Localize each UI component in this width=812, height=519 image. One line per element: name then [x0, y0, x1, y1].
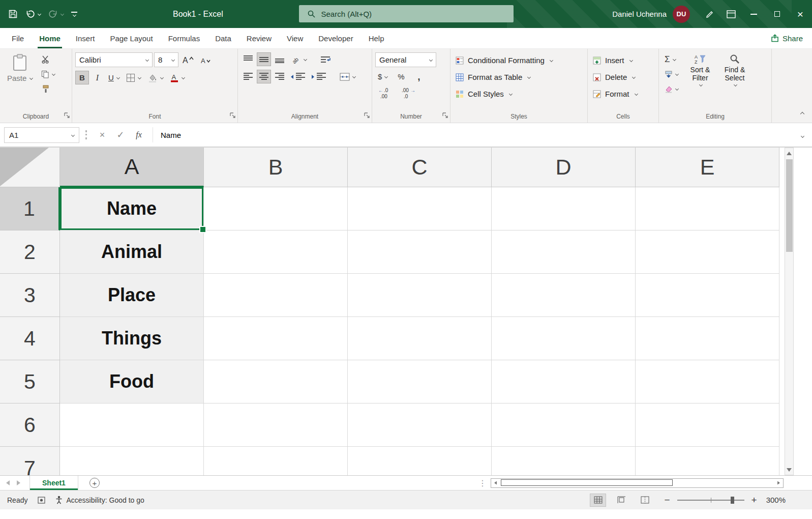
- accessibility-checker-button[interactable]: Accessibility: Good to go: [55, 496, 144, 504]
- scroll-right-button[interactable]: [774, 479, 783, 487]
- conditional-formatting-button[interactable]: Conditional Formatting: [454, 52, 555, 68]
- zoom-level[interactable]: 300%: [766, 496, 786, 504]
- sort-filter-button[interactable]: AZ Sort & Filter: [685, 52, 715, 96]
- align-center-button[interactable]: [257, 70, 271, 83]
- cell-D3[interactable]: [492, 274, 636, 317]
- cell-E3[interactable]: [636, 274, 779, 317]
- merge-center-button[interactable]: [337, 70, 358, 83]
- user-name[interactable]: Daniel Uchenna: [612, 10, 667, 18]
- middle-align-button[interactable]: [257, 52, 271, 66]
- name-box[interactable]: A1: [4, 127, 79, 143]
- row-header-5[interactable]: 5: [0, 360, 60, 403]
- cell-A3[interactable]: Place: [60, 274, 204, 317]
- accounting-format-button[interactable]: $: [375, 70, 390, 83]
- bold-button[interactable]: B: [75, 71, 89, 84]
- cell-E6[interactable]: [636, 403, 779, 447]
- orientation-button[interactable]: ab: [288, 52, 309, 66]
- decrease-indent-button[interactable]: [288, 70, 308, 83]
- row-header-3[interactable]: 3: [0, 274, 60, 317]
- wrap-text-button[interactable]: [318, 52, 333, 66]
- fill-button[interactable]: [662, 67, 681, 81]
- font-name-select[interactable]: Calibri: [75, 52, 153, 67]
- cell-A7[interactable]: [60, 447, 204, 475]
- cell-B7[interactable]: [204, 447, 348, 475]
- cell-D4[interactable]: [492, 317, 636, 360]
- cell-B4[interactable]: [204, 317, 348, 360]
- cell-D7[interactable]: [492, 447, 636, 475]
- delete-cells-button[interactable]: Delete: [591, 69, 637, 85]
- underline-button[interactable]: U: [106, 71, 122, 84]
- expand-formula-bar-button[interactable]: [800, 130, 804, 139]
- increase-indent-button[interactable]: [309, 70, 328, 83]
- minimize-button[interactable]: [742, 0, 765, 28]
- row-header-2[interactable]: 2: [0, 230, 60, 274]
- search-box[interactable]: Search (Alt+Q): [299, 5, 514, 22]
- formula-input[interactable]: Name: [158, 131, 812, 139]
- vertical-scroll-thumb[interactable]: [786, 159, 793, 252]
- pen-button[interactable]: [699, 0, 720, 28]
- zoom-out-button[interactable]: −: [664, 495, 670, 506]
- cell-E2[interactable]: [636, 230, 779, 274]
- font-size-select[interactable]: 8: [154, 52, 178, 67]
- cancel-button[interactable]: ×: [93, 127, 111, 143]
- collapse-ribbon-button[interactable]: [799, 108, 804, 118]
- autosum-button[interactable]: Σ: [662, 52, 678, 66]
- share-button[interactable]: Share: [771, 28, 803, 48]
- increase-font-size-button[interactable]: A: [180, 53, 197, 67]
- cut-button[interactable]: [39, 52, 52, 66]
- tab-scrollbar-splitter[interactable]: ⋮: [478, 478, 487, 488]
- scroll-up-button[interactable]: [785, 148, 793, 158]
- paste-button[interactable]: Paste: [3, 52, 37, 82]
- cell-C5[interactable]: [348, 360, 492, 403]
- cell-C6[interactable]: [348, 403, 492, 447]
- new-sheet-button[interactable]: +: [89, 478, 100, 488]
- font-dialog-launcher[interactable]: [229, 112, 236, 119]
- format-painter-button[interactable]: [39, 82, 52, 96]
- cell-A5[interactable]: Food: [60, 360, 204, 403]
- tab-file[interactable]: File: [4, 28, 32, 48]
- enter-button[interactable]: ✓: [111, 127, 130, 143]
- cell-B3[interactable]: [204, 274, 348, 317]
- previous-sheet-button[interactable]: [6, 478, 10, 487]
- cell-B5[interactable]: [204, 360, 348, 403]
- tab-review[interactable]: Review: [239, 28, 279, 48]
- align-right-button[interactable]: [273, 70, 287, 83]
- cell-C4[interactable]: [348, 317, 492, 360]
- cell-E5[interactable]: [636, 360, 779, 403]
- cell-E7[interactable]: [636, 447, 779, 475]
- row-header-6[interactable]: 6: [0, 403, 60, 447]
- tab-home[interactable]: Home: [32, 28, 68, 48]
- decrease-font-size-button[interactable]: A: [198, 53, 214, 67]
- select-all-corner[interactable]: [0, 148, 60, 187]
- cell-B1[interactable]: [204, 187, 348, 230]
- tab-data[interactable]: Data: [207, 28, 239, 48]
- cell-C2[interactable]: [348, 230, 492, 274]
- cell-D2[interactable]: [492, 230, 636, 274]
- cell-D1[interactable]: [492, 187, 636, 230]
- italic-button[interactable]: I: [91, 71, 104, 84]
- cell-D6[interactable]: [492, 403, 636, 447]
- maximize-button[interactable]: [765, 0, 789, 28]
- scroll-left-button[interactable]: [491, 479, 500, 487]
- tab-insert[interactable]: Insert: [68, 28, 103, 48]
- cell-B6[interactable]: [204, 403, 348, 447]
- number-format-select[interactable]: General: [375, 52, 436, 67]
- find-select-button[interactable]: Find & Select: [719, 52, 750, 96]
- row-header-7[interactable]: 7: [0, 447, 60, 475]
- alignment-dialog-launcher[interactable]: [364, 112, 370, 119]
- row-header-1[interactable]: 1: [0, 187, 60, 230]
- scroll-down-button[interactable]: [785, 465, 793, 475]
- cell-A1[interactable]: Name: [60, 187, 204, 230]
- column-header-E[interactable]: E: [636, 148, 779, 187]
- vertical-scrollbar[interactable]: [785, 148, 794, 475]
- cell-C3[interactable]: [348, 274, 492, 317]
- bottom-align-button[interactable]: [273, 52, 287, 66]
- comma-style-button[interactable]: ,: [412, 70, 426, 83]
- number-dialog-launcher[interactable]: [442, 112, 448, 119]
- top-align-button[interactable]: [241, 52, 255, 66]
- sheet-tab-sheet1[interactable]: Sheet1: [29, 476, 78, 490]
- column-header-B[interactable]: B: [204, 148, 348, 187]
- cell-styles-button[interactable]: Cell Styles: [454, 86, 514, 102]
- customize-quick-access-button[interactable]: [71, 12, 77, 16]
- next-sheet-button[interactable]: [17, 478, 20, 487]
